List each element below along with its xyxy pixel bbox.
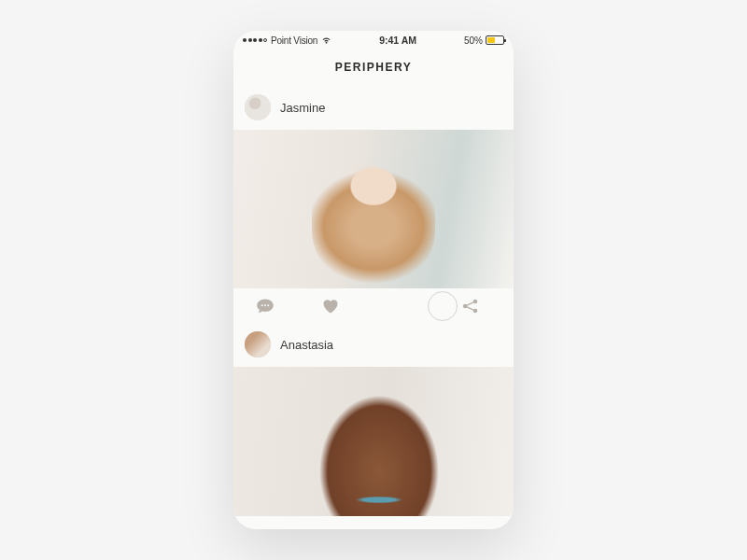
post-header[interactable]: Anastasia <box>233 324 514 367</box>
share-highlight-ring <box>428 291 458 321</box>
status-time: 9:41 AM <box>379 35 416 46</box>
status-left: Point Vision <box>243 35 331 46</box>
post-header[interactable]: Jasmine <box>233 87 514 130</box>
svg-point-2 <box>267 304 269 306</box>
post-image[interactable] <box>233 130 514 288</box>
feed-scroll[interactable]: Jasmine Anastasia <box>233 87 514 529</box>
wifi-icon <box>321 35 331 46</box>
svg-point-3 <box>473 300 478 304</box>
share-icon[interactable] <box>461 298 480 315</box>
post-action-bar <box>233 288 514 324</box>
battery-icon <box>486 35 504 45</box>
comment-icon[interactable] <box>256 298 275 315</box>
svg-point-0 <box>261 304 263 306</box>
carrier-label: Point Vision <box>271 35 317 46</box>
avatar[interactable] <box>245 94 271 120</box>
battery-percent: 50% <box>464 35 483 46</box>
phone-frame: Point Vision 9:41 AM 50% PERIPHERY Jasmi… <box>233 31 514 529</box>
post-image[interactable] <box>233 367 514 516</box>
username-label[interactable]: Jasmine <box>280 101 325 115</box>
svg-point-5 <box>473 309 478 314</box>
svg-point-4 <box>463 304 468 309</box>
status-bar: Point Vision 9:41 AM 50% <box>233 31 514 49</box>
page-title: PERIPHERY <box>233 49 514 87</box>
svg-point-1 <box>264 304 266 306</box>
signal-strength-icon <box>243 38 267 42</box>
username-label[interactable]: Anastasia <box>280 338 333 352</box>
heart-icon[interactable] <box>321 298 340 315</box>
status-right: 50% <box>464 35 504 46</box>
avatar[interactable] <box>245 331 271 357</box>
